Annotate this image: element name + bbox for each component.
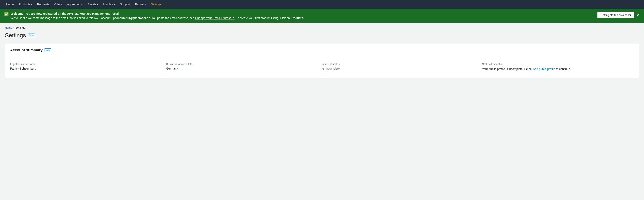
page-header: Settings Info <box>5 32 639 39</box>
nav-item-products[interactable]: Products ▾ <box>17 2 34 7</box>
legal-name-col: Legal business name Patrick Schaumburg <box>10 60 166 74</box>
status-description-value: Your public profile is incomplete. Selec… <box>482 67 630 71</box>
getting-started-button[interactable]: Getting started as a seller <box>597 12 634 18</box>
banner-products-link: Products. <box>290 16 304 20</box>
assets-chevron-icon: ▾ <box>97 3 98 6</box>
change-email-link[interactable]: Change Your Email Address ↗ <box>195 16 234 20</box>
nav-item-offers[interactable]: Offers <box>52 2 64 7</box>
status-description-col: Status description Your public profile i… <box>478 60 634 74</box>
account-status-col: Account status ⊘ Incomplete <box>322 60 478 74</box>
banner-title: Welcome! You are now registered on the A… <box>11 12 120 15</box>
products-chevron-icon: ▾ <box>31 3 32 6</box>
breadcrumb-separator: › <box>14 26 14 29</box>
banner-email: pschaumburg@tecracer.de <box>113 16 150 20</box>
card-body: Legal business name Patrick Schaumburg B… <box>10 60 634 74</box>
banner-actions: Getting started as a seller × <box>597 12 640 18</box>
banner-text: Welcome! You are now registered on the A… <box>11 12 304 20</box>
account-summary-card: Account summary Info Legal business name… <box>5 44 639 78</box>
account-status-label: Account status <box>322 63 474 66</box>
nav-item-settings[interactable]: Settings <box>149 2 164 7</box>
main-nav: Home Products ▾ Requests Offers Agreemen… <box>0 0 644 9</box>
banner-body: We've sent a welcome message to the emai… <box>11 16 304 20</box>
banner-close-button[interactable]: × <box>636 13 640 17</box>
nav-item-insights[interactable]: Insights ▾ <box>101 2 117 7</box>
account-status-value: ⊘ Incomplete <box>322 67 474 70</box>
account-summary-info-badge[interactable]: Info <box>44 49 51 52</box>
card-header: Account summary Info <box>10 48 634 56</box>
nav-item-support[interactable]: Support <box>118 2 132 7</box>
status-description-label: Status description <box>482 63 630 66</box>
welcome-banner: ✅ Welcome! You are now registered on the… <box>0 9 644 23</box>
business-location-value: Germany <box>166 67 318 70</box>
card-title: Account summary <box>10 48 42 52</box>
page-title: Settings <box>5 32 26 39</box>
breadcrumb: Home › Settings <box>0 23 644 32</box>
breadcrumb-home-link[interactable]: Home <box>5 26 12 29</box>
legal-name-value: Patrick Schaumburg <box>10 67 162 70</box>
incomplete-status-icon: ⊘ <box>322 67 324 70</box>
nav-item-partners[interactable]: Partners <box>133 2 148 7</box>
page-info-badge[interactable]: Info <box>28 34 35 37</box>
check-circle-icon: ✅ <box>4 12 9 16</box>
business-location-label: Business location Info <box>166 63 318 66</box>
add-public-profile-link[interactable]: Add public profile <box>533 67 555 71</box>
business-location-col: Business location Info Germany <box>166 60 322 74</box>
insights-chevron-icon: ▾ <box>114 3 115 6</box>
banner-content: ✅ Welcome! You are now registered on the… <box>4 12 593 20</box>
nav-item-assets[interactable]: Assets ▾ <box>86 2 100 7</box>
business-location-info-link[interactable]: Info <box>188 63 192 66</box>
page-container: Settings Info Account summary Info Legal… <box>0 32 644 86</box>
nav-item-requests[interactable]: Requests <box>35 2 52 7</box>
nav-item-agreements[interactable]: Agreements <box>65 2 85 7</box>
breadcrumb-current: Settings <box>16 26 25 29</box>
legal-name-label: Legal business name <box>10 63 162 66</box>
nav-item-home[interactable]: Home <box>4 2 16 7</box>
